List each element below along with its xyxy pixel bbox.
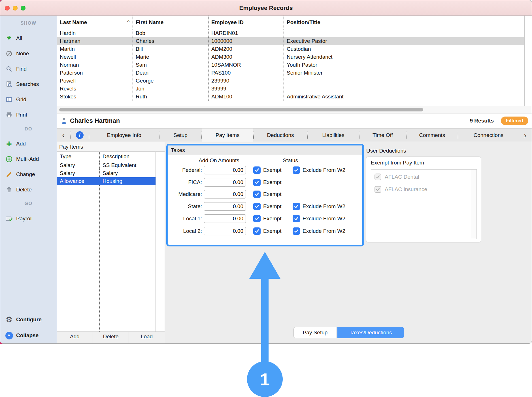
- column-header-description[interactable]: Description: [99, 152, 156, 161]
- results-count: 9 Results: [470, 113, 494, 128]
- tab-setup[interactable]: Setup: [159, 128, 201, 142]
- sidebar-item-print[interactable]: Print: [0, 109, 57, 121]
- state-exempt-checkbox[interactable]: [253, 203, 261, 210]
- pay-items-panel-title: Pay Items: [57, 142, 165, 152]
- sidebar-item-configure[interactable]: ⚙ Configure: [0, 314, 57, 325]
- sidebar-item-collapse[interactable]: « Collapse: [0, 330, 57, 341]
- fica-exempt-checkbox[interactable]: [253, 179, 261, 186]
- exempt-from-pay-item-label: Exempt from Pay Item: [371, 160, 424, 166]
- grid-icon: [5, 96, 13, 103]
- table-row[interactable]: StokesRuthADM100Administrative Assistant: [57, 93, 524, 101]
- tab-time-off[interactable]: Time Off: [359, 128, 406, 142]
- local1-exclude-w2-checkbox[interactable]: [293, 215, 300, 222]
- federal-exclude-w2-checkbox[interactable]: [293, 166, 300, 174]
- federal-exempt-checkbox[interactable]: [253, 166, 261, 174]
- list-item[interactable]: SalarySalary: [57, 169, 156, 177]
- tab-employee-info[interactable]: Employee Info: [89, 128, 159, 142]
- payroll-check-icon: [5, 215, 13, 222]
- pay-setup-button[interactable]: Pay Setup: [293, 327, 337, 338]
- column-header-type[interactable]: Type: [57, 152, 99, 161]
- sidebar: SHOW * All None Find Searches: [0, 16, 57, 343]
- table-row[interactable]: PattersonDeanPAS100Senior Minister: [57, 69, 524, 77]
- state-amount-input[interactable]: [204, 202, 246, 211]
- column-header-position-title[interactable]: Position/Title: [284, 16, 524, 29]
- tab-comments[interactable]: Comments: [407, 128, 458, 142]
- sidebar-item-none[interactable]: None: [0, 48, 57, 59]
- table-row[interactable]: NormanSam10SAMNORYouth Pastor: [57, 61, 524, 69]
- user-deductions-scrollbar[interactable]: [471, 170, 476, 239]
- tab-deductions[interactable]: Deductions: [254, 128, 307, 142]
- delete-button[interactable]: Delete: [93, 332, 129, 344]
- sidebar-item-multi-add[interactable]: Multi-Add: [0, 153, 57, 165]
- sidebar-item-change[interactable]: Change: [0, 169, 57, 180]
- tax-row-state: State: Exempt Exclude From W2: [168, 202, 362, 211]
- table-row[interactable]: MartinBillADM200Custodian: [57, 45, 524, 53]
- column-header-employee-id[interactable]: Employee ID: [208, 16, 284, 29]
- medicare-exempt-checkbox[interactable]: [253, 191, 261, 198]
- horizontal-scrollbar[interactable]: [57, 106, 532, 113]
- table-row[interactable]: PowellGeorge239990: [57, 77, 524, 85]
- table-row-selected[interactable]: HartmanCharles1000000Executive Pastor: [57, 37, 524, 45]
- column-header-last-name[interactable]: Last Name ^: [57, 16, 133, 29]
- pay-items-list: SalarySS Equivalent SalarySalary Allowan…: [57, 161, 156, 331]
- tab-info-button[interactable]: i: [71, 131, 89, 139]
- status-header: Status: [276, 157, 305, 164]
- table-row[interactable]: NewellMarieADM300Nursery Attendanct: [57, 53, 524, 61]
- list-item-selected[interactable]: AllowanceHousing: [57, 177, 156, 185]
- sidebar-item-find[interactable]: Find: [0, 63, 57, 75]
- taxes-deductions-button[interactable]: Taxes/Deductions: [337, 327, 404, 338]
- federal-amount-input[interactable]: [204, 166, 246, 174]
- record-name: Charles Hartman: [70, 113, 120, 128]
- sidebar-footer-divider: [0, 312, 57, 312]
- slash-circle-icon: [5, 50, 13, 57]
- tab-back-button[interactable]: ‹: [57, 129, 70, 142]
- add-button[interactable]: Add: [57, 332, 93, 344]
- column-header-first-name[interactable]: First Name: [133, 16, 208, 29]
- tab-forward-button[interactable]: ›: [519, 129, 532, 142]
- aflac-dental-checkbox: [374, 174, 381, 180]
- local1-label: Local 1:: [168, 216, 202, 222]
- add-on-amounts-header: Add On Amounts: [191, 157, 247, 164]
- horizontal-scrollbar-thumb[interactable]: [59, 108, 423, 111]
- trash-icon: [5, 186, 13, 193]
- tab-connections[interactable]: Connections: [458, 128, 519, 142]
- list-item[interactable]: SalarySS Equivalent: [57, 161, 156, 169]
- state-label: State:: [168, 203, 202, 210]
- filtered-badge[interactable]: Filtered: [501, 117, 528, 125]
- local1-exempt-checkbox[interactable]: [253, 215, 261, 222]
- sidebar-item-payroll[interactable]: Payroll: [0, 213, 57, 224]
- asterisk-icon: *: [5, 37, 13, 43]
- aflac-insurance-checkbox: [374, 186, 381, 193]
- tax-row-fica: FICA: Exempt: [168, 178, 362, 187]
- employee-table-header: Last Name ^ First Name Employee ID Posit…: [57, 16, 524, 29]
- local2-exempt-checkbox[interactable]: [253, 227, 261, 235]
- table-row[interactable]: RevelsJon39999: [57, 85, 524, 93]
- medicare-amount-input[interactable]: [204, 190, 246, 198]
- pay-items-scrollbar[interactable]: [156, 161, 165, 331]
- taxes-group-title: Taxes: [168, 145, 362, 155]
- local2-exclude-w2-checkbox[interactable]: [293, 227, 300, 235]
- state-exclude-w2-checkbox[interactable]: [293, 203, 300, 210]
- sidebar-item-searches[interactable]: Searches: [0, 79, 57, 90]
- load-button[interactable]: Load: [129, 332, 165, 344]
- user-deductions-title: User Deductions: [366, 148, 406, 154]
- vertical-scrollbar[interactable]: [524, 16, 532, 106]
- sidebar-item-delete[interactable]: Delete: [0, 184, 57, 195]
- local2-amount-input[interactable]: [204, 227, 246, 235]
- table-row[interactable]: HardinBobHARDIN01: [57, 29, 524, 37]
- local2-label: Local 2:: [168, 228, 202, 234]
- circle-plus-icon: [5, 155, 13, 163]
- local1-amount-input[interactable]: [204, 214, 246, 223]
- sidebar-section-go: GO: [0, 201, 57, 206]
- tax-row-federal: Federal: Exempt Exclude From W2: [168, 165, 362, 175]
- tax-row-medicare: Medicare: Exempt: [168, 189, 362, 199]
- sidebar-item-all[interactable]: * All: [0, 33, 57, 44]
- tab-pay-items[interactable]: Pay Items: [202, 128, 253, 142]
- employee-table: HardinBobHARDIN01 HartmanCharles1000000E…: [57, 29, 524, 106]
- sidebar-item-grid[interactable]: Grid: [0, 94, 57, 105]
- sidebar-section-do: DO: [0, 126, 57, 132]
- fica-amount-input[interactable]: [204, 178, 246, 187]
- tab-liabilities[interactable]: Liabilities: [308, 128, 359, 142]
- federal-label: Federal:: [168, 167, 202, 173]
- sidebar-item-add[interactable]: + Add: [0, 138, 57, 149]
